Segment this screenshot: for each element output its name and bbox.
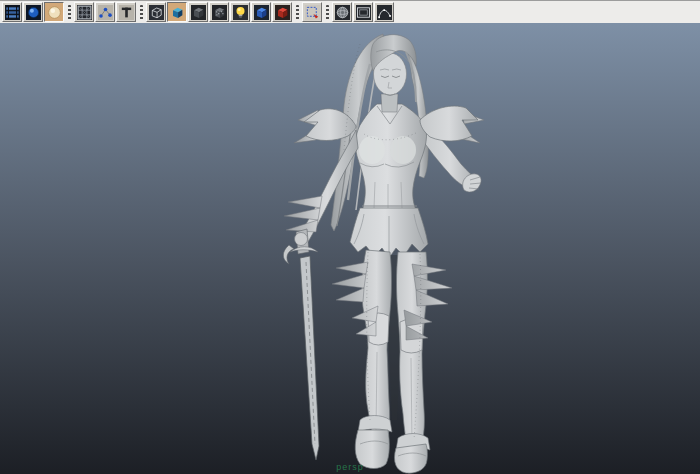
cream-sphere-button[interactable]	[44, 2, 64, 22]
blue-sphere-button[interactable]	[23, 2, 43, 22]
wireframe-cube-icon	[149, 5, 164, 20]
toolbar-separator	[296, 5, 299, 20]
panel-toolbar	[0, 0, 700, 23]
torso	[356, 104, 427, 212]
character-model[interactable]	[0, 23, 700, 474]
camera-label: persp	[336, 462, 364, 472]
curve-tool-button[interactable]	[374, 2, 394, 22]
skirt	[350, 208, 428, 258]
sword-blade	[300, 256, 319, 460]
maya-window: persp	[0, 0, 700, 474]
cream-sphere-icon	[47, 5, 62, 20]
curve-tool-icon	[377, 5, 392, 20]
dark-cube-button[interactable]	[188, 2, 208, 22]
blue-cube-icon	[254, 5, 269, 20]
wireframe-cage-button[interactable]	[74, 2, 94, 22]
snap-points-button[interactable]	[95, 2, 115, 22]
blue-sphere-icon	[26, 5, 41, 20]
blue-cube-button[interactable]	[251, 2, 271, 22]
textured-cube-icon	[212, 5, 227, 20]
wireframe-cage-icon	[77, 5, 92, 20]
selection-frame-button[interactable]	[302, 2, 322, 22]
sphere-grid-icon	[335, 5, 350, 20]
film-strip-button[interactable]	[2, 2, 22, 22]
snap-points-icon	[98, 5, 113, 20]
selection-frame-icon	[305, 5, 320, 20]
sphere-grid-button[interactable]	[332, 2, 352, 22]
resolution-gate-icon	[356, 5, 371, 20]
toolbar-separator	[140, 5, 143, 20]
left-arm	[283, 130, 358, 264]
red-cube-icon	[275, 5, 290, 20]
viewport[interactable]: persp	[0, 23, 700, 474]
shaded-cube-icon	[170, 5, 185, 20]
lightbulb-icon	[233, 5, 248, 20]
dark-cube-icon	[191, 5, 206, 20]
textured-cube-button[interactable]	[209, 2, 229, 22]
letter-t-icon	[119, 5, 134, 20]
resolution-gate-button[interactable]	[353, 2, 373, 22]
toolbar-separator	[68, 5, 71, 20]
toolbar-separator	[326, 5, 329, 20]
wireframe-cube-button[interactable]	[146, 2, 166, 22]
lightbulb-button[interactable]	[230, 2, 250, 22]
red-cube-button[interactable]	[272, 2, 292, 22]
film-strip-icon	[5, 5, 20, 20]
letter-t-button[interactable]	[116, 2, 136, 22]
shaded-cube-button[interactable]	[167, 2, 187, 22]
